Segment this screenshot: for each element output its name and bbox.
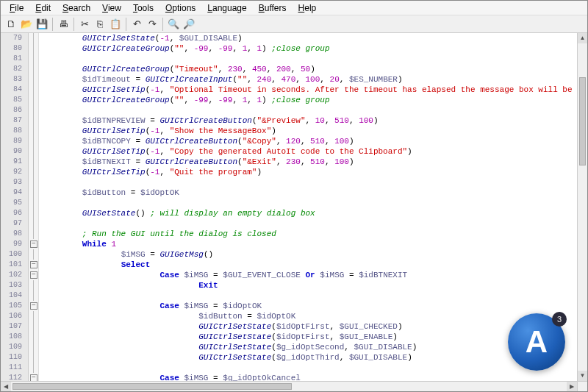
fold-guide: [29, 43, 38, 54]
code-line[interactable]: GUICtrlSetTip(-1, "Quit the program"): [43, 167, 587, 177]
menu-file[interactable]: File: [4, 1, 29, 15]
code-line[interactable]: GUICtrlSetState($g_idOptSecond, $GUI_DIS…: [43, 342, 587, 352]
code-line[interactable]: GUICtrlSetTip(-1, "Show the MessageBox"): [43, 126, 587, 136]
code-line[interactable]: [43, 291, 587, 301]
fold-guide: [29, 33, 38, 43]
menu-options[interactable]: Options: [159, 1, 201, 15]
line-number: 86: [1, 105, 25, 115]
toolbar-separator: [162, 18, 163, 31]
paste-icon[interactable]: 📋: [108, 17, 123, 32]
fold-guide: [29, 146, 38, 157]
fold-toggle-icon[interactable]: [29, 260, 38, 270]
horizontal-scrollbar[interactable]: ◀ ▶: [1, 381, 577, 391]
find-icon[interactable]: 🔍: [166, 17, 181, 32]
fold-guide: [29, 85, 38, 95]
code-line[interactable]: [43, 198, 587, 208]
line-number: 92: [1, 167, 25, 177]
line-number: 90: [1, 146, 25, 157]
fold-toggle-icon[interactable]: [29, 270, 38, 280]
redo-icon[interactable]: ↷: [145, 17, 159, 32]
line-number: 110: [1, 352, 25, 363]
code-line[interactable]: GUICtrlSetState($g_idOptThird, $GUI_DISA…: [43, 352, 587, 363]
code-line[interactable]: Exit: [43, 280, 587, 291]
fold-guide: [29, 64, 38, 74]
code-area[interactable]: GUICtrlSetState(-1, $GUI_DISABLE) GUICtr…: [39, 33, 587, 381]
line-number: 109: [1, 342, 25, 352]
fold-guide: [29, 188, 38, 198]
menu-help[interactable]: Help: [293, 1, 323, 15]
code-line[interactable]: While 1: [43, 239, 587, 249]
scroll-down-arrow-icon[interactable]: ▼: [578, 371, 587, 381]
fold-guide: [29, 363, 38, 373]
menu-search[interactable]: Search: [57, 1, 96, 15]
code-line[interactable]: $idButton = $idOptOK: [43, 311, 587, 321]
fold-toggle-icon[interactable]: [29, 373, 38, 381]
line-number: 82: [1, 64, 25, 74]
fold-guide: [29, 95, 38, 105]
find-replace-icon[interactable]: 🔎: [182, 17, 196, 32]
code-line[interactable]: Select: [43, 260, 587, 270]
fold-guide: [29, 218, 38, 229]
code-line[interactable]: $idTimeout = GUICtrlCreateInput("", 240,…: [43, 74, 587, 85]
fold-guide: [29, 115, 38, 126]
code-line[interactable]: $idBTNEXIT = GUICtrlCreateButton("&Exit"…: [43, 157, 587, 167]
code-line[interactable]: [43, 54, 587, 64]
code-line[interactable]: Case $iMSG = $GUI_EVENT_CLOSE Or $iMSG =…: [43, 270, 587, 280]
open-file-icon[interactable]: 📂: [19, 17, 34, 32]
code-line[interactable]: GUICtrlSetState(-1, $GUI_DISABLE): [43, 33, 587, 43]
line-number: 97: [1, 218, 25, 229]
line-number: 103: [1, 280, 25, 291]
cut-icon[interactable]: ✂: [77, 17, 92, 32]
code-line[interactable]: [43, 218, 587, 229]
line-number: 111: [1, 363, 25, 373]
code-line[interactable]: Case $iMSG = $idOptOK: [43, 301, 587, 311]
fold-guide: [29, 311, 38, 321]
code-line[interactable]: GUISetState() ; will display an empty di…: [43, 208, 587, 218]
line-number: 99: [1, 239, 25, 249]
code-editor[interactable]: 7980818283848586878889909192939495969798…: [1, 33, 587, 381]
line-number: 87: [1, 115, 25, 126]
fold-toggle-icon[interactable]: [29, 301, 38, 311]
code-line[interactable]: ; Run the GUI until the dialog is closed: [43, 229, 587, 239]
menu-view[interactable]: View: [96, 1, 127, 15]
fold-guide: [29, 177, 38, 188]
menu-language[interactable]: Language: [201, 1, 252, 15]
new-file-icon[interactable]: 🗋: [4, 17, 18, 32]
code-line[interactable]: GUICtrlSetState($idOptFirst, $GUI_ENABLE…: [43, 332, 587, 342]
fold-column[interactable]: [29, 33, 39, 381]
code-line[interactable]: Case $iMSG = $g_idOptOkCancel: [43, 373, 587, 381]
toolbar-separator: [126, 18, 126, 31]
code-line[interactable]: [43, 177, 587, 188]
code-line[interactable]: $idBTNCOPY = GUICtrlCreateButton("&Copy"…: [43, 136, 587, 146]
code-line[interactable]: $idButton = $idOptOK: [43, 188, 587, 198]
scroll-left-arrow-icon[interactable]: ◀: [1, 382, 11, 391]
menu-tools[interactable]: Tools: [127, 1, 159, 15]
code-line[interactable]: GUICtrlCreateGroup("", -99, -99, 1, 1) ;…: [43, 95, 587, 105]
scroll-right-arrow-icon[interactable]: ▶: [567, 382, 577, 391]
logo-letter: A: [526, 327, 548, 357]
fold-guide: [29, 280, 38, 291]
code-line[interactable]: $idBTNPREVIEW = GUICtrlCreateButton("&Pr…: [43, 115, 587, 126]
vertical-scrollbar[interactable]: ▲ ▼: [577, 33, 587, 381]
code-line[interactable]: GUICtrlSetState($idOptFirst, $GUI_CHECKE…: [43, 321, 587, 332]
fold-guide: [29, 352, 38, 363]
scroll-up-arrow-icon[interactable]: ▲: [578, 33, 587, 43]
horizontal-scroll-thumb[interactable]: [12, 383, 292, 390]
code-line[interactable]: GUICtrlSetTip(-1, "Optional Timeout in s…: [43, 85, 587, 95]
code-line[interactable]: [43, 363, 587, 373]
menu-buffers[interactable]: Buffers: [253, 1, 293, 15]
fold-guide: [29, 74, 38, 85]
code-line[interactable]: $iMSG = GUIGetMsg(): [43, 249, 587, 260]
code-line[interactable]: [43, 105, 587, 115]
code-line[interactable]: GUICtrlCreateGroup("", -99, -99, 1, 1) ;…: [43, 43, 587, 54]
fold-toggle-icon[interactable]: [29, 239, 38, 249]
vertical-scroll-thumb[interactable]: [579, 77, 586, 165]
code-line[interactable]: GUICtrlCreateGroup("Timeout", 230, 450, …: [43, 64, 587, 74]
copy-icon[interactable]: ⎘: [93, 17, 107, 32]
undo-icon[interactable]: ↶: [129, 17, 144, 32]
save-file-icon[interactable]: 💾: [35, 17, 49, 32]
menu-edit[interactable]: Edit: [29, 1, 57, 15]
line-number: 80: [1, 43, 25, 54]
code-line[interactable]: GUICtrlSetTip(-1, "Copy the generated Au…: [43, 146, 587, 157]
print-icon[interactable]: 🖶: [56, 17, 71, 32]
